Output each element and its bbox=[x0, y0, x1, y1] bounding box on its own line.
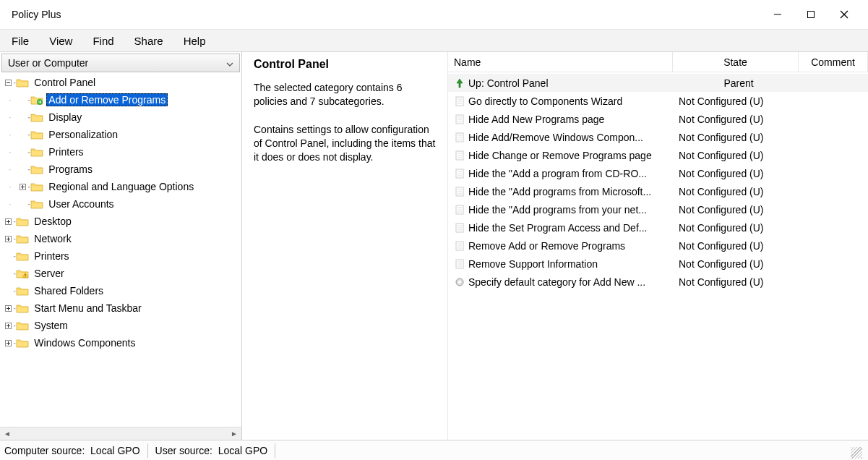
expand-icon[interactable] bbox=[17, 184, 27, 190]
tree-item-label: Shared Folders bbox=[32, 285, 106, 297]
tree-item[interactable]: ···Shared Folders bbox=[3, 282, 241, 299]
list-item-name: Specify default category for Add New ... bbox=[467, 276, 673, 288]
list-item-state: Not Configured (U) bbox=[673, 150, 799, 161]
list-row[interactable]: Hide the "Add programs from your net...N… bbox=[448, 200, 868, 218]
expand-icon[interactable] bbox=[3, 305, 13, 312]
list-item-name: Up: Control Panel bbox=[467, 77, 673, 89]
tree-item[interactable]: ····Add or Remove Programs bbox=[3, 91, 241, 108]
list-item-name: Remove Add or Remove Programs bbox=[467, 240, 673, 252]
list-row[interactable]: Hide Change or Remove Programs pageNot C… bbox=[448, 146, 868, 164]
folder-icon bbox=[30, 147, 43, 157]
tree-horizontal-scrollbar[interactable]: ◄ ► bbox=[0, 427, 241, 440]
tree-item[interactable]: ···Control Panel bbox=[3, 74, 241, 91]
tree-item[interactable]: ····Personalization bbox=[3, 126, 241, 143]
policy-icon bbox=[452, 187, 467, 197]
category-tree[interactable]: ···Control Panel····Add or Remove Progra… bbox=[0, 72, 241, 427]
column-header-comment[interactable]: Comment bbox=[799, 52, 868, 72]
tree-item[interactable]: ···Server bbox=[3, 265, 241, 282]
folder-warn-icon bbox=[16, 268, 29, 278]
expand-icon[interactable] bbox=[3, 236, 13, 242]
menu-file[interactable]: File bbox=[12, 35, 29, 47]
list-body[interactable]: Up: Control PanelParentGo directly to Co… bbox=[448, 72, 868, 440]
scope-dropdown[interactable]: User or Computer bbox=[1, 54, 240, 72]
list-item-name: Hide Change or Remove Programs page bbox=[467, 150, 673, 161]
column-header-state[interactable]: State bbox=[673, 52, 799, 72]
svg-rect-1 bbox=[808, 12, 815, 18]
tree-item[interactable]: ····Programs bbox=[3, 161, 241, 178]
tree-item[interactable]: ···Printers bbox=[3, 247, 241, 265]
expand-icon[interactable] bbox=[3, 340, 13, 346]
folder-icon bbox=[30, 129, 43, 140]
list-item-name: Hide Add/Remove Windows Compon... bbox=[467, 132, 673, 143]
policy-icon bbox=[452, 223, 467, 233]
details-description: Contains settings to allow configuration… bbox=[254, 123, 436, 164]
folder-icon bbox=[30, 199, 43, 209]
list-item-state: Parent bbox=[673, 77, 799, 89]
menu-help[interactable]: Help bbox=[184, 35, 206, 47]
maximize-button[interactable] bbox=[794, 4, 828, 25]
tree-item[interactable]: ···Start Menu and Taskbar bbox=[3, 299, 241, 317]
tree-item[interactable]: ····Regional and Language Options bbox=[3, 178, 241, 195]
svg-point-18 bbox=[25, 276, 26, 277]
tree-item[interactable]: ····Display bbox=[3, 108, 241, 126]
details-heading: Control Panel bbox=[254, 58, 436, 71]
list-row[interactable]: Go directly to Components WizardNot Conf… bbox=[448, 92, 868, 110]
list-row[interactable]: Hide the "Add a program from CD-RO...Not… bbox=[448, 164, 868, 182]
menu-find[interactable]: Find bbox=[93, 35, 113, 47]
scope-value: User or Computer bbox=[8, 57, 88, 69]
titlebar: Policy Plus bbox=[0, 0, 868, 29]
expand-icon[interactable] bbox=[3, 218, 13, 225]
list-row[interactable]: Specify default category for Add New ...… bbox=[448, 273, 868, 291]
expand-icon[interactable] bbox=[3, 323, 13, 329]
list-item-state: Not Configured (U) bbox=[673, 132, 799, 143]
menubar: File View Find Share Help bbox=[0, 29, 868, 52]
list-header: Name State Comment bbox=[448, 52, 868, 72]
folder-icon bbox=[16, 303, 29, 313]
scroll-left-icon[interactable]: ◄ bbox=[1, 429, 13, 439]
column-header-name[interactable]: Name bbox=[448, 52, 673, 72]
tree-item-label: Printers bbox=[46, 146, 85, 158]
list-parent-row[interactable]: Up: Control PanelParent bbox=[448, 74, 868, 92]
list-row[interactable]: Hide Add New Programs pageNot Configured… bbox=[448, 110, 868, 128]
list-item-state: Not Configured (U) bbox=[673, 168, 799, 179]
menu-view[interactable]: View bbox=[49, 35, 72, 47]
list-item-state: Not Configured (U) bbox=[673, 222, 799, 234]
tree-item-label: Personalization bbox=[46, 129, 120, 140]
list-row[interactable]: Remove Add or Remove ProgramsNot Configu… bbox=[448, 237, 868, 255]
list-row[interactable]: Hide Add/Remove Windows Compon...Not Con… bbox=[448, 128, 868, 146]
tree-item[interactable]: ····Printers bbox=[3, 143, 241, 161]
list-item-name: Hide the "Add programs from Microsoft... bbox=[467, 186, 673, 197]
tree-item-label: Network bbox=[32, 233, 73, 244]
folder-icon bbox=[16, 320, 29, 331]
policy-icon bbox=[452, 259, 467, 269]
tree-item[interactable]: ···Network bbox=[3, 230, 241, 247]
list-item-name: Hide the "Add programs from your net... bbox=[467, 204, 673, 216]
list-row[interactable]: Hide the Set Program Access and Def...No… bbox=[448, 218, 868, 237]
tree-item-label: Windows Components bbox=[32, 337, 137, 349]
menu-share[interactable]: Share bbox=[134, 35, 163, 47]
collapse-icon[interactable] bbox=[3, 80, 13, 86]
folder-go-icon bbox=[30, 95, 43, 105]
list-item-name: Hide the Set Program Access and Def... bbox=[467, 222, 673, 234]
tree-item[interactable]: ···Windows Components bbox=[3, 334, 241, 352]
close-button[interactable] bbox=[828, 4, 861, 25]
tree-item-label: User Accounts bbox=[46, 198, 116, 210]
tree-item-label: Desktop bbox=[32, 216, 73, 227]
list-row[interactable]: Remove Support InformationNot Configured… bbox=[448, 255, 868, 273]
folder-icon bbox=[30, 164, 43, 174]
tree-item-label: Display bbox=[46, 111, 84, 123]
statusbar: Computer source: Local GPO User source: … bbox=[0, 440, 868, 460]
tree-item-label: Programs bbox=[46, 163, 95, 175]
tree-item[interactable]: ···System bbox=[3, 317, 241, 334]
list-item-state: Not Configured (U) bbox=[673, 258, 799, 270]
folder-icon bbox=[16, 216, 29, 226]
folder-icon bbox=[16, 338, 29, 348]
resize-grip-icon[interactable] bbox=[851, 447, 862, 459]
tree-item[interactable]: ···Desktop bbox=[3, 213, 241, 230]
tree-item[interactable]: ····User Accounts bbox=[3, 195, 241, 213]
list-row[interactable]: Hide the "Add programs from Microsoft...… bbox=[448, 182, 868, 200]
tree-item-label: Control Panel bbox=[32, 77, 98, 88]
scroll-right-icon[interactable]: ► bbox=[228, 429, 240, 439]
minimize-button[interactable] bbox=[761, 4, 794, 25]
policy-list: Name State Comment Up: Control PanelPare… bbox=[448, 52, 868, 440]
